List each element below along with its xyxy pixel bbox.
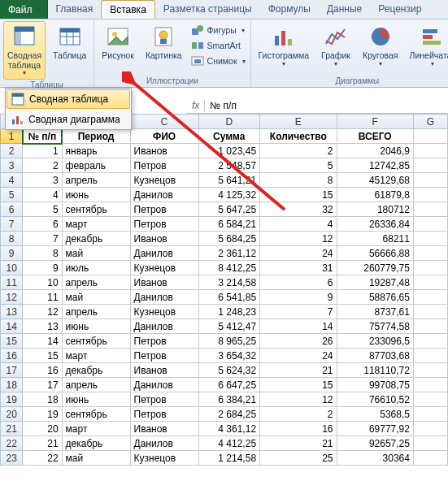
- row-header[interactable]: 9: [1, 246, 23, 261]
- cell[interactable]: июнь: [62, 319, 130, 334]
- table-button[interactable]: Таблица: [49, 21, 90, 63]
- cell[interactable]: 8 965,25: [198, 334, 260, 349]
- cell[interactable]: Сумма: [198, 129, 260, 144]
- row-header[interactable]: 23: [1, 451, 23, 466]
- cell[interactable]: май: [62, 246, 130, 261]
- tab-file[interactable]: Файл▾: [0, 0, 48, 19]
- cell[interactable]: 26336,84: [337, 217, 413, 232]
- cell[interactable]: Данилов: [130, 319, 198, 334]
- cell[interactable]: 5 412,47: [198, 319, 260, 334]
- cell[interactable]: [413, 349, 447, 363]
- cell[interactable]: 12742,85: [337, 158, 413, 173]
- cell[interactable]: 19: [23, 407, 62, 422]
- cell[interactable]: 7: [260, 305, 337, 319]
- cell[interactable]: [413, 422, 447, 436]
- cell[interactable]: 2 684,25: [198, 407, 260, 422]
- cell[interactable]: [413, 305, 447, 319]
- cell[interactable]: 10: [23, 275, 62, 290]
- cell[interactable]: 12: [260, 392, 337, 407]
- cell[interactable]: 16: [260, 422, 337, 436]
- row-header[interactable]: 12: [1, 290, 23, 305]
- cell[interactable]: 3 654,32: [198, 349, 260, 363]
- shapes-button[interactable]: Фигуры▾: [189, 23, 247, 37]
- cell[interactable]: Данилов: [130, 246, 198, 261]
- cell[interactable]: 21: [260, 363, 337, 378]
- tab-page-layout[interactable]: Разметка страницы: [155, 0, 260, 19]
- cell[interactable]: 15: [260, 188, 337, 202]
- cell[interactable]: 4 412,25: [198, 436, 260, 451]
- cell[interactable]: июнь: [62, 392, 130, 407]
- cell[interactable]: 13: [23, 319, 62, 334]
- row-header[interactable]: 1: [1, 129, 23, 144]
- row-header[interactable]: 2: [1, 144, 23, 158]
- cell[interactable]: 12: [23, 305, 62, 319]
- cell[interactable]: Количество: [260, 129, 337, 144]
- cell[interactable]: Иванов: [130, 144, 198, 158]
- cell[interactable]: январь: [62, 144, 130, 158]
- cell[interactable]: [413, 217, 447, 232]
- clipart-button[interactable]: Картинка: [141, 21, 186, 63]
- cell[interactable]: 31: [260, 261, 337, 275]
- cell[interactable]: [413, 246, 447, 261]
- cell[interactable]: 4 125,32: [198, 188, 260, 202]
- cell[interactable]: 92657,25: [337, 436, 413, 451]
- cell[interactable]: май: [62, 290, 130, 305]
- cell[interactable]: [413, 407, 447, 422]
- row-header[interactable]: 15: [1, 334, 23, 349]
- row-header[interactable]: 19: [1, 392, 23, 407]
- cell[interactable]: 32: [260, 202, 337, 217]
- cell[interactable]: [413, 319, 447, 334]
- cell[interactable]: 21: [23, 436, 62, 451]
- cell[interactable]: 260779,75: [337, 261, 413, 275]
- formula-value[interactable]: № п/п: [205, 100, 241, 111]
- row-header[interactable]: 21: [1, 422, 23, 436]
- cell[interactable]: апрель: [62, 378, 130, 392]
- bar-chart-button[interactable]: Линейчатая▾: [406, 21, 448, 70]
- cell[interactable]: 6 647,25: [198, 378, 260, 392]
- cell[interactable]: ВСЕГО: [337, 129, 413, 144]
- cell[interactable]: 5: [260, 158, 337, 173]
- cell[interactable]: 2 548,57: [198, 158, 260, 173]
- col-header-D[interactable]: D: [198, 115, 260, 129]
- cell[interactable]: 5: [23, 202, 62, 217]
- cell[interactable]: Иванов: [130, 232, 198, 246]
- cell[interactable]: Иванов: [130, 422, 198, 436]
- picture-button[interactable]: Рисунок: [98, 21, 138, 63]
- cell[interactable]: март: [62, 217, 130, 232]
- cell[interactable]: [413, 392, 447, 407]
- cell[interactable]: [413, 129, 447, 144]
- cell[interactable]: 30364: [337, 451, 413, 466]
- cell[interactable]: 99708,75: [337, 378, 413, 392]
- cell[interactable]: Иванов: [130, 275, 198, 290]
- cell[interactable]: 11: [23, 290, 62, 305]
- fx-icon[interactable]: fx: [187, 100, 205, 111]
- column-chart-button[interactable]: Гистограмма▾: [254, 21, 314, 70]
- cell[interactable]: 5 641,21: [198, 173, 260, 188]
- smartart-button[interactable]: SmartArt: [189, 38, 247, 53]
- cell[interactable]: Иванов: [130, 363, 198, 378]
- row-header[interactable]: 18: [1, 378, 23, 392]
- cell[interactable]: 19287,48: [337, 275, 413, 290]
- menu-pivot-table[interactable]: Сводная таблица: [7, 89, 130, 109]
- cell[interactable]: 1 248,23: [198, 305, 260, 319]
- cell[interactable]: [413, 378, 447, 392]
- row-header[interactable]: 7: [1, 217, 23, 232]
- cell[interactable]: 56666,88: [337, 246, 413, 261]
- cell[interactable]: Петров: [130, 349, 198, 363]
- cell[interactable]: [413, 451, 447, 466]
- tab-data[interactable]: Данные: [319, 0, 370, 19]
- cell[interactable]: 9: [23, 261, 62, 275]
- row-header[interactable]: 22: [1, 436, 23, 451]
- cell[interactable]: 1 214,58: [198, 451, 260, 466]
- cell[interactable]: Кузнецов: [130, 305, 198, 319]
- cell[interactable]: 76610,52: [337, 392, 413, 407]
- cell[interactable]: 75774,58: [337, 319, 413, 334]
- cell[interactable]: 69777,92: [337, 422, 413, 436]
- cell[interactable]: Кузнецов: [130, 173, 198, 188]
- cell[interactable]: Петров: [130, 158, 198, 173]
- cell[interactable]: 61879,8: [337, 188, 413, 202]
- cell[interactable]: 24: [260, 246, 337, 261]
- cell[interactable]: [413, 144, 447, 158]
- row-header[interactable]: 5: [1, 188, 23, 202]
- cell[interactable]: 20: [23, 422, 62, 436]
